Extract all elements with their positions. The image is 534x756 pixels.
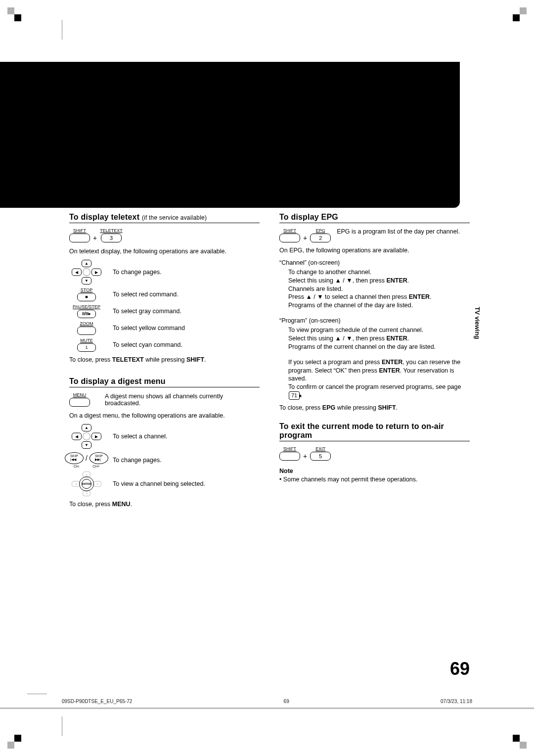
op-desc: To select yellow command [113, 325, 260, 331]
exit-key: EXIT 5 [310, 446, 331, 461]
note-title: Note [279, 468, 470, 474]
page-number: 69 [450, 659, 470, 679]
icon-label: PAUSE/STEP [73, 305, 100, 309]
registration-bl [7, 734, 22, 749]
l1: To change to another channel. [288, 269, 371, 276]
epg-key: EPG 2 [310, 228, 331, 242]
teletext-keycombo: SHIFT + TELETEXT 3 [69, 228, 260, 242]
dpad-icon: ▲ ▼ ◀ ▶ [69, 424, 104, 449]
crop-mark [62, 20, 62, 40]
op-desc: To change pages. [113, 457, 260, 464]
exit-title: To exit the current mode to return to on… [279, 422, 470, 441]
key-shape: 5 [310, 452, 331, 461]
op-desc: To view a channel being selected. [113, 480, 260, 487]
op-view-channel: ▴ ▾ ◂ ▸ ENTER To view a channel being se… [69, 472, 260, 496]
p3: Programs of the current channel on the d… [288, 343, 436, 350]
l4b: / [312, 293, 317, 300]
plus-icon: + [303, 234, 307, 242]
key-shape [69, 234, 90, 242]
shift-key: SHIFT [279, 228, 300, 242]
footer-bar [0, 708, 534, 709]
op-change-pages: ▲ ▼ ◀ ▶ To change pages. [69, 260, 260, 284]
reserve-block: If you select a program and press ENTER,… [288, 358, 470, 400]
registration-tl [7, 7, 22, 22]
ch-plus-label: CH+ [92, 465, 99, 468]
r2a: To confirm or cancel the program reserve… [288, 383, 461, 390]
channel-block: To change to another channel. Select thi… [288, 268, 470, 310]
teletext-key: TELETEXT 3 [100, 228, 123, 242]
op-select-channel: ▲ ▼ ◀ ▶ To select a channel. [69, 424, 260, 449]
title-sub: (if the service available) [142, 214, 207, 221]
footer-left: 09SD-P90DTSE_E_EU_P65-72 [62, 699, 132, 704]
footer: 09SD-P90DTSE_E_EU_P65-72 69 07/3/23, 11:… [62, 699, 472, 704]
op-desc: To select a channel. [113, 433, 260, 440]
mute-button-icon: MUTE 1 [69, 338, 104, 352]
enter-button-icon: ▴ ▾ ◂ ▸ ENTER [69, 472, 104, 496]
ch-minus-label: CH- [74, 465, 80, 468]
icon-label: MUTE [80, 338, 93, 343]
skip-buttons-icon: SKIP|◀◀ / SKIP▶▶| CH- CH+ [69, 452, 104, 468]
down-arrow-icon: ▼ [346, 335, 352, 342]
stop-button-icon: STOP ■ [69, 288, 104, 301]
op-desc: To select cyan command. [113, 341, 260, 348]
key-shape: 3 [101, 234, 122, 242]
digest-menu-key: MENU A digest menu shows all channels cu… [69, 392, 260, 407]
p2c: , then press ENTER. [353, 335, 409, 342]
key-shape [279, 234, 300, 242]
icon-label: STOP [81, 288, 92, 292]
l5: Programs of the channel of the day are l… [288, 302, 413, 309]
op-cyan: MUTE 1 To select cyan command. [69, 338, 260, 352]
p2a: Select this using [288, 335, 335, 342]
key-label: SHIFT [283, 228, 296, 233]
digest-close: To close, press MENU. [69, 500, 260, 509]
plus-icon: + [93, 234, 97, 242]
registration-br [512, 734, 527, 749]
epg-side-text: EPG is a program list of the day per cha… [337, 228, 470, 235]
crop-mark [27, 694, 47, 694]
channel-head: “Channel” (on-screen) [279, 259, 470, 267]
registration-tr [512, 7, 527, 22]
epg-intro: On EPG, the following operations are ava… [279, 246, 470, 255]
content: To display teletext (if the service avai… [69, 213, 470, 513]
up-arrow-icon: ▲ [306, 293, 312, 300]
teletext-close: To close, press TELETEXT while pressing … [69, 356, 260, 364]
l4c: to select a channel then press ENTER. [323, 293, 432, 300]
key-label: TELETEXT [100, 228, 123, 233]
title-text: To display teletext [69, 213, 139, 221]
op-gray: PAUSE/STEP II/II▸ To select gray command… [69, 305, 260, 318]
epg-title: To display EPG [279, 213, 470, 223]
l2b: / [341, 277, 346, 284]
key-shape: 2 [310, 234, 331, 242]
epg-close: To close, press EPG while pressing SHIFT… [279, 404, 470, 412]
menu-key: MENU [69, 392, 90, 407]
key-label: SHIFT [73, 228, 86, 233]
key-label: EPG [316, 228, 325, 233]
teletext-title: To display teletext (if the service avai… [69, 213, 260, 223]
footer-right: 07/3/23, 11:18 [441, 699, 472, 704]
program-head: “Program” (on-screen) [279, 317, 470, 325]
down-arrow-icon: ▼ [317, 293, 323, 300]
shift-key: SHIFT [69, 228, 90, 242]
shift-key: SHIFT [279, 446, 300, 461]
down-arrow-icon: ▼ [346, 277, 352, 284]
note-item: Some channels may not permit these opera… [279, 475, 470, 484]
up-arrow-icon: ▲ [335, 277, 341, 284]
epg-key-row: SHIFT + EPG 2 EPG is a program list of t… [279, 228, 470, 242]
key-shape [69, 398, 90, 407]
plus-icon: + [303, 452, 307, 461]
dpad-icon: ▲ ▼ ◀ ▶ [69, 260, 104, 284]
l2c: , then press ENTER. [353, 277, 409, 284]
op-desc: To select red command. [113, 291, 260, 298]
footer-center: 69 [284, 699, 289, 704]
digest-title: To display a digest menu [69, 377, 260, 387]
crop-mark [62, 716, 62, 736]
key-label: MENU [73, 392, 87, 397]
p1: To view program schedule of the current … [288, 327, 423, 333]
pause-button-icon: PAUSE/STEP II/II▸ [69, 305, 104, 318]
op-red: STOP ■ To select red command. [69, 288, 260, 301]
key-shape [279, 452, 300, 461]
digest-intro: On a digest menu, the following operatio… [69, 412, 260, 420]
program-block: To view program schedule of the current … [288, 326, 470, 351]
zoom-button-icon: ZOOM [69, 322, 104, 335]
key-label: EXIT [315, 446, 325, 451]
